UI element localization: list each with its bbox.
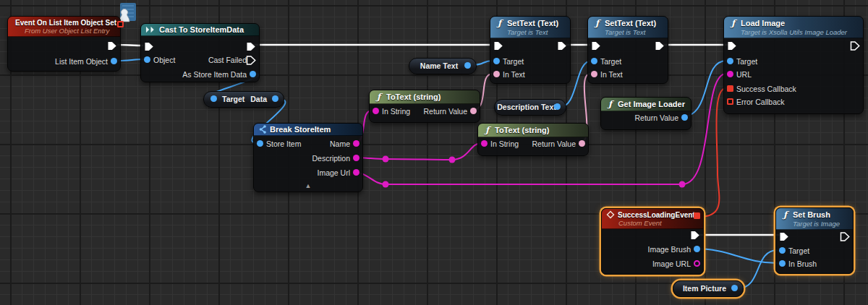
pin-label: In Brush: [788, 257, 817, 270]
reroute-node[interactable]: [449, 157, 456, 163]
image-url-pin[interactable]: [353, 169, 359, 176]
description-text-pin[interactable]: [554, 103, 561, 110]
name-text-pin[interactable]: [464, 62, 471, 69]
break-struct-icon: [258, 125, 267, 134]
pin-row: Return Value: [601, 111, 691, 124]
exec-in-pin[interactable]: [779, 232, 789, 241]
pin-label: Object: [153, 53, 175, 66]
pin-row: [141, 40, 259, 53]
node-totext-name[interactable]: ƒ ToText (string) In String Return Value: [369, 90, 480, 123]
description-pin[interactable]: [353, 155, 359, 161]
node-get-item-picture[interactable]: Item Picture: [673, 280, 744, 297]
node-header: ƒ Load Image Target is Xsolla Utils Imag…: [724, 17, 863, 38]
target-pin[interactable]: [493, 58, 500, 64]
pin-label: In String: [382, 105, 410, 118]
node-break-storeitem[interactable]: Break StoreItem Store Item Name Descript…: [253, 123, 363, 192]
as-store-item-data-pin[interactable]: [250, 71, 256, 77]
target-pin[interactable]: [591, 58, 597, 64]
node-get-description-text[interactable]: Description Text: [494, 99, 566, 116]
pin-row: [724, 39, 863, 52]
return-value-pin[interactable]: [579, 140, 585, 147]
node-success-loading-event[interactable]: SuccessLoadingEvent Custom Event Image B…: [601, 208, 704, 275]
exec-out-pin[interactable]: [690, 231, 700, 240]
exec-in-pin[interactable]: [493, 41, 503, 51]
pin-label: In String: [490, 137, 519, 150]
function-icon: ƒ: [592, 18, 602, 28]
node-settext-name[interactable]: ƒ SetText (Text) Target is Text Target I…: [490, 16, 571, 84]
list-item-object-pin[interactable]: [111, 58, 117, 64]
target-pin[interactable]: [727, 58, 733, 64]
in-brush-pin[interactable]: [779, 260, 786, 267]
node-title: SuccessLoadingEvent: [618, 211, 695, 219]
error-callback-pin[interactable]: [727, 98, 733, 105]
image-url-pin[interactable]: [694, 260, 700, 267]
pin-row: Store Item Name: [254, 137, 362, 150]
collapse-arrow-icon[interactable]: ▲: [254, 182, 362, 189]
pin-label: Success Callback: [736, 82, 796, 95]
exec-out-pin[interactable]: [107, 41, 117, 51]
node-subtitle: From User Object List Entry: [12, 27, 116, 35]
node-subtitle: Target is Xsolla Utils Image Loader: [728, 28, 859, 36]
reroute-node[interactable]: [679, 181, 686, 188]
node-get-image-loader[interactable]: ƒ Get Image Loader Return Value: [600, 97, 692, 130]
node-header: ƒ SetText (Text) Target is Text: [490, 17, 570, 38]
pin-label: Target: [503, 55, 524, 68]
pin-row: In Brush: [776, 257, 853, 270]
variable-label: Item Picture: [683, 284, 733, 293]
exec-out-pin[interactable]: [557, 41, 567, 51]
exec-in-pin[interactable]: [144, 42, 154, 51]
node-set-brush[interactable]: ƒ Set Brush Target is Image Target In Br…: [775, 207, 854, 274]
pin-label: URL: [736, 68, 752, 81]
node-settext-description[interactable]: ƒ SetText (Text) Target is Text Target I…: [587, 16, 668, 84]
node-load-image[interactable]: ƒ Load Image Target is Xsolla Utils Imag…: [723, 16, 864, 114]
exec-in-pin[interactable]: [591, 41, 601, 51]
exec-in-pin[interactable]: [727, 41, 737, 51]
pin-label: Store Item: [266, 137, 301, 150]
blueprint-graph-canvas[interactable]: Event On List Item Object Set From User …: [0, 0, 868, 305]
node-header: Event On List Item Object Set From User …: [8, 17, 120, 37]
exec-out-pin[interactable]: [246, 42, 256, 51]
url-pin[interactable]: [727, 71, 733, 77]
item-picture-pin[interactable]: [731, 285, 738, 291]
data-pin[interactable]: [272, 95, 278, 102]
object-pin[interactable]: [144, 56, 150, 63]
delegate-pin[interactable]: [694, 212, 700, 219]
node-title: Get Image Loader: [618, 100, 685, 108]
node-get-name-text[interactable]: Name Text: [409, 58, 477, 74]
event-diamond-icon: [606, 210, 615, 219]
reroute-node[interactable]: [383, 181, 389, 188]
store-item-pin[interactable]: [257, 140, 263, 147]
node-event-on-list-item-object-set[interactable]: Event On List Item Object Set From User …: [7, 16, 121, 72]
in-text-pin[interactable]: [493, 71, 500, 77]
target-pin[interactable]: [210, 95, 217, 102]
in-string-pin[interactable]: [481, 140, 488, 147]
return-value-pin[interactable]: [681, 114, 688, 121]
pin-row: [8, 39, 120, 52]
pin-row: Target: [588, 55, 668, 68]
name-pin[interactable]: [353, 140, 359, 147]
node-cast-to-storeitemdata[interactable]: Cast To StoreItemData Object Cast Failed…: [140, 23, 260, 82]
node-totext-description[interactable]: ƒ ToText (string) In String Return Value: [477, 123, 589, 156]
exec-out-pin[interactable]: [655, 41, 665, 51]
exec-out-pin[interactable]: [840, 232, 850, 241]
target-pin[interactable]: [779, 247, 786, 254]
delegate-pin[interactable]: [117, 21, 124, 27]
in-string-pin[interactable]: [373, 108, 379, 114]
reroute-node[interactable]: [383, 156, 389, 163]
return-value-pin[interactable]: [470, 108, 477, 114]
cast-failed-exec-pin[interactable]: [246, 56, 256, 65]
pin-label: Name: [330, 137, 350, 150]
pin-row: In String Return Value: [478, 137, 588, 150]
pin-row: List Item Object: [8, 55, 120, 68]
cast-icon: [145, 26, 156, 33]
image-brush-pin[interactable]: [694, 246, 700, 252]
function-icon: ƒ: [728, 18, 738, 28]
node-get-data[interactable]: Target Data: [203, 91, 284, 108]
node-header: ƒ ToText (string): [370, 90, 480, 104]
pin-row: Target: [490, 55, 570, 68]
success-callback-pin[interactable]: [727, 85, 733, 92]
exec-out-pin[interactable]: [850, 41, 860, 51]
in-text-pin[interactable]: [591, 71, 597, 77]
node-header: ƒ ToText (string): [478, 124, 588, 137]
pin-row: Description: [254, 152, 362, 165]
